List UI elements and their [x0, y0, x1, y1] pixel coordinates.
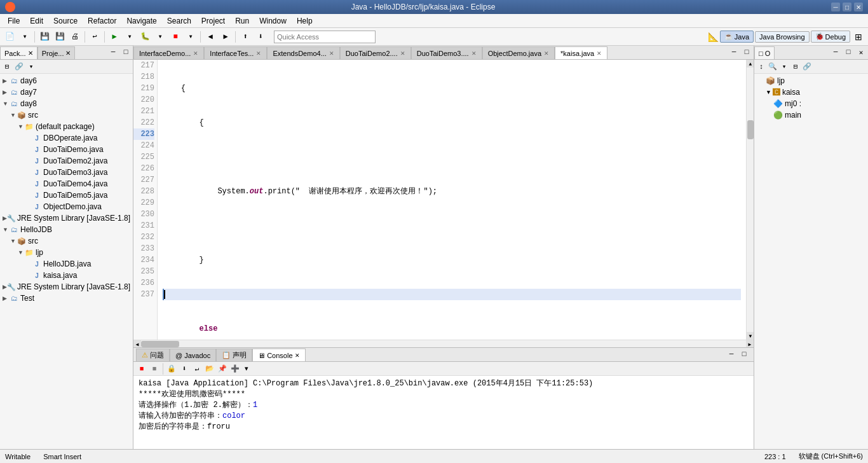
console-scroll-end[interactable]: ⬇ [179, 363, 190, 375]
code-editor[interactable]: 217 218 219 220 221 222 223 224 225 226 … [133, 60, 754, 340]
maximize-left-panel[interactable]: □ [120, 46, 132, 58]
tree-arrow-src2[interactable]: ▼ [10, 238, 17, 244]
close-button[interactable]: ✕ [854, 3, 863, 11]
tree-item-hellojdb-java[interactable]: ▶ J HelloJDB.java [1, 258, 132, 270]
console-pin[interactable]: 📌 [217, 363, 228, 375]
menu-file[interactable]: File [3, 14, 25, 27]
maximize-bottom[interactable]: □ [738, 349, 750, 360]
tab-duotaidemo2[interactable]: DuoTaiDemo2.... ✕ [340, 46, 411, 59]
menu-source[interactable]: Source [48, 14, 83, 27]
tree-item-day6[interactable]: ▶ 🗂 day6 [1, 75, 132, 86]
stop-button[interactable]: ■ [168, 30, 182, 44]
tree-item-kaisa-java[interactable]: ▶ J kaisa.java [1, 270, 132, 281]
stop-dropdown[interactable]: ▾ [184, 30, 198, 44]
tree-item-duotaidemo[interactable]: ▶ J DuoTaiDemo.java [1, 144, 132, 155]
tree-arrow-test[interactable]: ▶ [3, 295, 9, 301]
tree-arrow-jre[interactable]: ▶ [3, 215, 7, 221]
interfacetest-close[interactable]: ✕ [256, 50, 261, 57]
maximize-right[interactable]: □ [843, 46, 854, 58]
tree-item-default-package[interactable]: ▼ 📁 (default package) [1, 121, 132, 132]
code-body[interactable]: { { System.out.print(" 谢谢使用本程序，欢迎再次使用！")… [158, 60, 746, 340]
tree-arrow-src[interactable]: ▼ [10, 112, 17, 118]
tab-interfacetest[interactable]: InterfaceTes... ✕ [204, 46, 267, 59]
tree-item-jre2[interactable]: ▶ 🔧 JRE System Library [JavaSE-1.8] [1, 281, 132, 293]
tab-javadoc[interactable]: @ Javadoc [170, 349, 216, 361]
extendsdemo4-close[interactable]: ✕ [329, 50, 334, 57]
tab-declaration[interactable]: 📋 声明 [216, 349, 252, 361]
package-explorer-close[interactable]: ✕ [28, 50, 33, 57]
debug-button[interactable]: 🐛 [138, 30, 152, 44]
tree-item-src2[interactable]: ▼ 📦 src [1, 235, 132, 247]
hscroll-track[interactable] [141, 340, 746, 347]
outline-kaisa[interactable]: ▼ 🅲 kaisa [756, 86, 867, 98]
outline-sort[interactable]: ↕ [756, 61, 767, 73]
run-last-button[interactable]: ▶ [107, 30, 121, 44]
minimize-right[interactable]: ─ [830, 46, 841, 58]
tree-arrow-day6[interactable]: ▶ [3, 78, 9, 84]
tree-item-duotaidemo3[interactable]: ▶ J DuoTaiDemo3.java [1, 167, 132, 178]
tree-item-dboperate[interactable]: ▶ J DBOperate.java [1, 132, 132, 144]
minimize-button[interactable]: ─ [831, 3, 840, 11]
outline-main[interactable]: 🟢 main [756, 109, 867, 121]
tree-item-day8[interactable]: ▼ 🗂 day8 [1, 98, 132, 109]
perspective-debug[interactable]: 🐞 Debug [811, 31, 850, 43]
save-button[interactable]: 💾 [37, 30, 51, 44]
tree-item-objectdemo[interactable]: ▶ J ObjectDemo.java [1, 201, 132, 212]
tab-kaisa[interactable]: *kaisa.java ✕ [555, 46, 607, 59]
tree-item-src[interactable]: ▼ 📦 src [1, 109, 132, 121]
maximize-editor[interactable]: □ [741, 46, 752, 58]
tree-arrow-day8[interactable]: ▼ [3, 100, 9, 107]
tree-item-duotaidemo4[interactable]: ▶ J DuoTaiDemo4.java [1, 178, 132, 190]
console-clear-button[interactable]: ■ [136, 363, 147, 375]
tree-item-test[interactable]: ▶ 🗂 Test [1, 293, 132, 304]
tab-package-explorer[interactable]: Pack... ✕ [0, 46, 37, 59]
status-shortcut[interactable]: 软键盘 (Ctrl+Shift+6) [799, 452, 863, 461]
tab-outline[interactable]: □ O [754, 46, 775, 59]
back-button[interactable]: ◀ [203, 30, 217, 44]
tree-item-day7[interactable]: ▶ 🗂 day7 [1, 86, 132, 98]
tab-objectdemo[interactable]: ObjectDemo.java ✕ [482, 46, 555, 59]
refactor-button[interactable]: ↩ [88, 30, 102, 44]
tree-item-ljp[interactable]: ▼ 📁 ljp [1, 247, 132, 258]
new-button[interactable]: 📄 [3, 30, 17, 44]
minimize-left-panel[interactable]: ─ [107, 46, 119, 58]
objectdemo-close[interactable]: ✕ [544, 50, 549, 57]
tab-console[interactable]: 🖥 Console ✕ [252, 349, 305, 361]
editor-horizontal-scrollbar[interactable]: ◀ ▶ [133, 340, 754, 347]
console-new-btn[interactable]: ➕ [229, 363, 241, 375]
hscroll-thumb[interactable] [141, 341, 179, 347]
outline-link[interactable]: 🔗 [801, 61, 813, 73]
tree-arrow-ljp[interactable]: ▼ [18, 249, 24, 256]
duotaidemo2-close[interactable]: ✕ [400, 50, 405, 57]
tree-item-duotaidemo5[interactable]: ▶ J DuoTaiDemo5.java [1, 190, 132, 201]
menu-run[interactable]: Run [230, 14, 254, 27]
prev-edit-button[interactable]: ⬆ [238, 30, 252, 44]
outline-filter[interactable]: 🔍 [767, 61, 778, 73]
print-button[interactable]: 🖨 [68, 30, 82, 44]
outline-collapse[interactable]: ⊟ [790, 61, 801, 73]
duotaidemo3-close[interactable]: ✕ [471, 50, 477, 57]
console-open-file[interactable]: 📂 [204, 363, 215, 375]
collapse-all-button[interactable]: ⊟ [1, 61, 13, 73]
run-dropdown[interactable]: ▾ [123, 30, 137, 44]
console-scroll-lock[interactable]: 🔒 [166, 363, 177, 375]
tree-item-duotaidemo2[interactable]: ▶ J DuoTaiDemo2.java [1, 155, 132, 167]
perspective-java-browsing[interactable]: Java Browsing [755, 31, 810, 43]
expand-kaisa[interactable]: ▼ [766, 89, 771, 95]
tab-interfacedemo[interactable]: InterfaceDemo... ✕ [133, 46, 204, 59]
console-close[interactable]: ✕ [295, 352, 300, 359]
tree-arrow-hellojdb[interactable]: ▼ [3, 226, 9, 233]
tab-project-explorer[interactable]: Proje... ✕ [37, 46, 76, 59]
link-with-editor-button[interactable]: 🔗 [13, 61, 25, 73]
new-dropdown[interactable]: ▾ [18, 30, 32, 44]
tree-arrow-day7[interactable]: ▶ [3, 89, 9, 95]
view-menu-button[interactable]: ▾ [25, 61, 37, 73]
minimize-editor[interactable]: ─ [728, 46, 740, 58]
tree-item-hellojdb[interactable]: ▼ 🗂 HelloJDB [1, 224, 132, 235]
kaisa-close[interactable]: ✕ [597, 50, 602, 57]
next-edit-button[interactable]: ⬇ [254, 30, 268, 44]
menu-project[interactable]: Project [196, 14, 230, 27]
scroll-up-button[interactable]: ▲ [747, 60, 754, 67]
fwd-button[interactable]: ▶ [219, 30, 233, 44]
console-stop-button[interactable]: ■ [149, 363, 160, 375]
